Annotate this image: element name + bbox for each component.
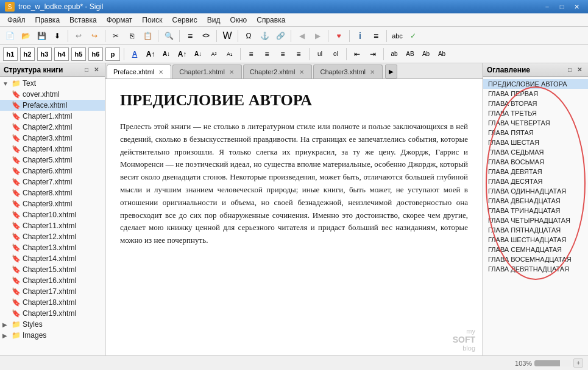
style-lower-btn[interactable]: ab <box>387 47 402 61</box>
toc-close-btn[interactable]: ✕ <box>575 65 584 75</box>
redo-button[interactable]: ↪ <box>87 29 102 43</box>
align-left-btn[interactable]: ≡ <box>244 47 258 61</box>
saveas-button[interactable]: ⬇ <box>50 29 65 43</box>
toc-item-5[interactable]: ГЛАВА ПЯТАЯ <box>483 128 588 138</box>
style-cap-btn[interactable]: Ab <box>434 47 449 61</box>
special-char-button[interactable]: Ω <box>241 29 256 43</box>
align-center-btn[interactable]: ≡ <box>260 47 274 61</box>
zoom-plus-btn[interactable]: + <box>573 358 583 368</box>
tree-file-17[interactable]: ▶🔖Chapter16.xhtml <box>0 275 105 286</box>
tree-file-19[interactable]: ▶🔖Chapter18.xhtml <box>0 297 105 308</box>
toc-item-11[interactable]: ГЛАВА ОДИННАДЦАТАЯ <box>483 186 588 196</box>
tree-folder-styles[interactable]: ▶ 📁 Styles <box>0 319 105 330</box>
style-title-btn[interactable]: Ab <box>419 47 433 61</box>
toc-item-17[interactable]: ГЛАВА СЕМНАДЦАТАЯ <box>483 245 588 254</box>
align-right-btn[interactable]: ≡ <box>275 47 290 61</box>
tab-preface[interactable]: Preface.xhtml ✕ <box>107 65 171 79</box>
tab-preface-close[interactable]: ✕ <box>157 69 165 75</box>
tree-file-2[interactable]: ▶🔖Chapter1.xhtml <box>0 111 105 122</box>
tab-chapter2[interactable]: Chapter2.xhtml ✕ <box>243 65 313 79</box>
toc-item-13[interactable]: ГЛАВА ТРИНАДЦАТАЯ <box>483 206 588 215</box>
info-button[interactable]: i <box>353 29 367 43</box>
tab-scroll-btn[interactable]: ▶ <box>385 65 397 79</box>
tab-chapter1-close[interactable]: ✕ <box>228 69 235 75</box>
undo-button[interactable]: ↩ <box>71 29 86 43</box>
minimize-button[interactable]: − <box>540 1 554 13</box>
tree-file-3[interactable]: ▶🔖Chapter2.xhtml <box>0 122 105 133</box>
superscript-btn[interactable]: A² <box>207 47 221 61</box>
tree-root-text[interactable]: ▼ 📁 Text <box>0 78 105 89</box>
tree-file-12[interactable]: ▶🔖Chapter11.xhtml <box>0 220 105 231</box>
toc2-button[interactable]: ≡ <box>369 29 383 43</box>
toc-item-6[interactable]: ГЛАВА ШЕСТАЯ <box>483 138 588 147</box>
tree-file-18[interactable]: ▶🔖Chapter17.xhtml <box>0 286 105 297</box>
toc-item-9[interactable]: ГЛАВА ДЕВЯТАЯ <box>483 167 588 176</box>
toc-item-3[interactable]: ГЛАВА ТРЕТЬЯ <box>483 108 588 118</box>
menu-file[interactable]: Файл <box>2 13 30 26</box>
menu-insert[interactable]: Вставка <box>65 13 102 26</box>
font-size-increase[interactable]: A↑ <box>143 47 158 61</box>
toc-item-8[interactable]: ГЛАВА ВОСЬМАЯ <box>483 157 588 167</box>
tree-file-14[interactable]: ▶🔖Chapter13.xhtml <box>0 242 105 253</box>
tab-chapter3[interactable]: Chapter3.xhtml ✕ <box>313 65 383 79</box>
save-button[interactable]: 💾 <box>34 29 49 43</box>
anchor-button[interactable]: ⚓ <box>257 29 272 43</box>
panel-close-btn[interactable]: ✕ <box>91 65 101 75</box>
font-color-btn[interactable]: A <box>127 47 142 61</box>
link-button[interactable]: 🔗 <box>273 29 288 43</box>
tab-chapter2-close[interactable]: ✕ <box>298 69 305 75</box>
toc-item-15[interactable]: ГЛАВА ПЯТНАДЦАТАЯ <box>483 225 588 235</box>
heading-h6[interactable]: h6 <box>88 47 103 61</box>
tree-folder-images[interactable]: ▶ 📁 Images <box>0 330 105 341</box>
toc-item-12[interactable]: ГЛАВА ДВЕНАДЦАТАЯ <box>483 196 588 206</box>
tree-file-0[interactable]: ▶🔖cover.xhtml <box>0 89 105 100</box>
ordered-list-btn[interactable]: ol <box>328 47 343 61</box>
cut-button[interactable]: ✂ <box>108 29 123 43</box>
font-size2-decrease[interactable]: A↓ <box>191 47 205 61</box>
tree-file-15[interactable]: ▶🔖Chapter14.xhtml <box>0 253 105 264</box>
style-upper-btn[interactable]: AB <box>403 47 417 61</box>
tree-file-13[interactable]: ▶🔖Chapter12.xhtml <box>0 231 105 242</box>
menu-format[interactable]: Формат <box>102 13 138 26</box>
toc-item-16[interactable]: ГЛАВА ШЕСТНАДЦАТАЯ <box>483 235 588 245</box>
toc-button[interactable]: ≡ <box>183 29 197 43</box>
heading-h4[interactable]: h4 <box>54 47 69 61</box>
unordered-list-btn[interactable]: ul <box>313 47 327 61</box>
content-editor[interactable]: ПРЕДИСЛОВИЕ АВТОРА Прелесть этой книги —… <box>105 79 483 355</box>
menu-view[interactable]: Вид <box>202 13 225 26</box>
tree-file-16[interactable]: ▶🔖Chapter15.xhtml <box>0 264 105 275</box>
menu-help[interactable]: Справка <box>252 13 290 26</box>
indent-btn[interactable]: ⇥ <box>366 47 380 61</box>
check-button[interactable]: ✓ <box>406 29 420 43</box>
align-justify-btn[interactable]: ≡ <box>291 47 306 61</box>
heading-h1[interactable]: h1 <box>3 47 18 61</box>
tree-file-20[interactable]: ▶🔖Chapter19.xhtml <box>0 308 105 319</box>
back-button[interactable]: ◀ <box>294 29 309 43</box>
toc-item-1[interactable]: ГЛАВА ПЕРВАЯ <box>483 89 588 99</box>
toc-item-19[interactable]: ГЛАВА ДЕВЯТНАДЦАТАЯ <box>483 264 588 274</box>
close-button[interactable]: ✕ <box>570 1 583 13</box>
open-button[interactable]: 📂 <box>18 29 33 43</box>
tree-file-8[interactable]: ▶🔖Chapter7.xhtml <box>0 176 105 187</box>
toc-float-btn[interactable]: □ <box>565 65 575 75</box>
forward-button[interactable]: ▶ <box>310 29 325 43</box>
tree-file-11[interactable]: ▶🔖Chapter10.xhtml <box>0 209 105 220</box>
validate-button[interactable]: W <box>220 29 235 43</box>
toc-item-14[interactable]: ГЛАВА ЧЕТЫРНАДЦАТАЯ <box>483 215 588 225</box>
tree-file-5[interactable]: ▶🔖Chapter4.xhtml <box>0 144 105 155</box>
heading-h2[interactable]: h2 <box>20 47 35 61</box>
heading-h3[interactable]: h3 <box>37 47 52 61</box>
favorite-button[interactable]: ♥ <box>331 29 346 43</box>
toc-item-10[interactable]: ГЛАВА ДЕСЯТАЯ <box>483 176 588 186</box>
toc-item-0[interactable]: ПРЕДИСЛОВИЕ АВТОРА <box>483 79 588 89</box>
toc-item-7[interactable]: ГЛАВА СЕДЬМАЯ <box>483 147 588 157</box>
tree-file-6[interactable]: ▶🔖Chapter5.xhtml <box>0 155 105 166</box>
panel-float-btn[interactable]: □ <box>82 65 91 75</box>
font-size2-increase[interactable]: A↑ <box>175 47 190 61</box>
paragraph-btn[interactable]: p <box>105 47 120 61</box>
toc-item-2[interactable]: ГЛАВА ВТОРАЯ <box>483 99 588 108</box>
toc-item-18[interactable]: ГЛАВА ВОСЕМНАДЦАТАЯ <box>483 254 588 264</box>
tree-file-10[interactable]: ▶🔖Chapter9.xhtml <box>0 198 105 209</box>
tree-file-4[interactable]: ▶🔖Chapter3.xhtml <box>0 133 105 144</box>
zoom-slider[interactable] <box>534 360 571 366</box>
